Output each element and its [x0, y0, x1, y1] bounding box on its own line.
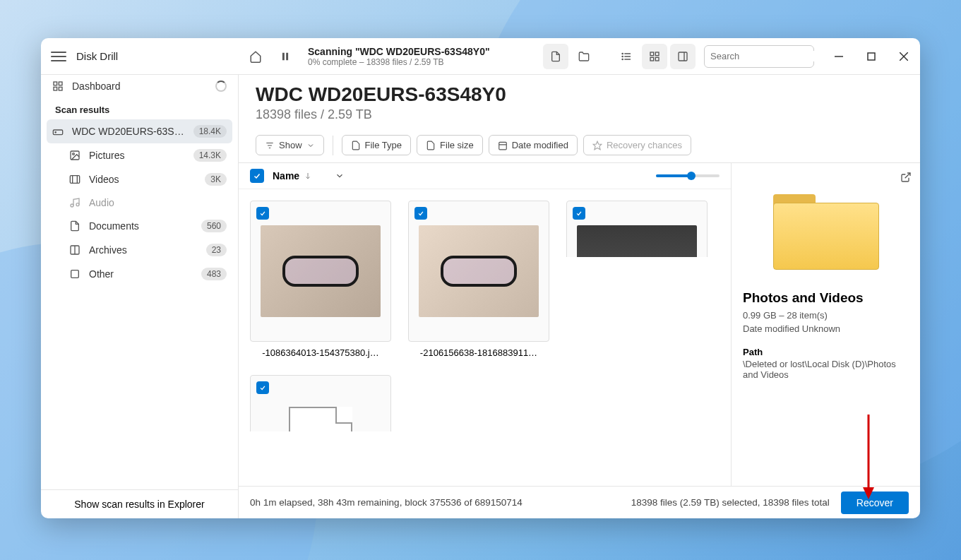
hamburger-icon[interactable] [51, 49, 66, 64]
recover-button[interactable]: Recover [841, 492, 909, 514]
scan-info: Scanning "WDC WD20EURS-63S48Y0" 0% compl… [302, 46, 535, 67]
document-icon [69, 220, 80, 232]
sidebar-item-label: Audio [89, 197, 227, 208]
file-name: -1086364013-154375380.j… [250, 347, 391, 358]
tile-checkbox[interactable] [414, 207, 427, 220]
sidebar-item-archives[interactable]: Archives 23 [41, 238, 238, 262]
pause-button[interactable] [273, 44, 298, 69]
thumbnail-image [419, 225, 539, 317]
svg-rect-20 [54, 82, 57, 85]
svg-point-6 [622, 56, 623, 56]
select-all-checkbox[interactable] [250, 169, 264, 183]
sidebar-item-label: Pictures [89, 150, 185, 161]
preview-date: Date modified Unknown [743, 323, 909, 334]
page-subtitle: 18398 files / 2.59 TB [256, 107, 903, 122]
filter-label: Date modified [512, 140, 568, 150]
filter-label: File Type [365, 140, 402, 150]
sidebar-item-other[interactable]: Other 483 [41, 262, 238, 286]
column-name-label: Name [273, 170, 299, 181]
sidebar-item-audio[interactable]: Audio [41, 191, 238, 214]
status-selection: 18398 files (2.59 TB) selected, 18398 fi… [631, 497, 830, 508]
sidebar-item-label: Archives [89, 244, 198, 256]
scan-subtitle: 0% complete – 18398 files / 2.59 TB [308, 57, 535, 67]
thumbnail-image [577, 225, 697, 257]
divider [333, 136, 333, 155]
filter-label: Recovery chances [607, 140, 682, 150]
maximize-button[interactable] [855, 38, 888, 75]
spinner-icon [215, 81, 227, 92]
file-tile[interactable] [566, 201, 708, 257]
chevron-down-icon[interactable] [335, 171, 345, 181]
close-icon [900, 52, 908, 61]
main-area: WDC WD20EURS-63S48Y0 18398 files / 2.59 … [239, 75, 920, 518]
tile-checkbox[interactable] [256, 207, 269, 220]
open-external-button[interactable] [900, 172, 912, 186]
search-input[interactable] [710, 51, 829, 61]
sidebar-item-documents[interactable]: Documents 560 [41, 214, 238, 238]
filesize-filter-button[interactable]: File size [417, 135, 483, 155]
view-panel-button[interactable] [670, 44, 696, 69]
preview-path-label: Path [743, 347, 909, 357]
count-badge: 483 [201, 268, 227, 280]
view-grid-button[interactable] [642, 44, 667, 69]
external-icon [900, 172, 912, 183]
preview-path: \Deleted or lost\Local Disk (D)\Photos a… [743, 359, 909, 380]
scan-title: Scanning "WDC WD20EURS-63S48Y0" [308, 46, 535, 57]
thumbnail-size-slider[interactable] [656, 174, 720, 177]
close-button[interactable] [888, 38, 920, 75]
count-badge: 14.3K [193, 149, 227, 162]
sidebar-item-label: WDC WD20EURS-63S4… [72, 126, 185, 137]
home-button[interactable] [243, 44, 268, 69]
svg-rect-21 [59, 82, 62, 85]
folder-icon [578, 51, 590, 62]
sidebar-item-dashboard[interactable]: Dashboard [41, 75, 238, 97]
file-tile[interactable]: -2106156638-1816883911… [408, 201, 549, 358]
sidebar-item-drive[interactable]: WDC WD20EURS-63S4… 18.4K [47, 119, 232, 143]
sidebar-item-pictures[interactable]: Pictures 14.3K [41, 143, 238, 167]
app-name: Disk Drill [76, 50, 118, 62]
file-name: -2106156638-1816883911… [408, 347, 549, 358]
sidebar-item-label: Documents [89, 220, 193, 232]
show-filter-button[interactable]: Show [256, 135, 324, 155]
page-title: WDC WD20EURS-63S48Y0 [256, 83, 903, 106]
svg-point-31 [71, 204, 73, 207]
svg-rect-12 [679, 52, 687, 61]
recovery-filter-button[interactable]: Recovery chances [583, 135, 691, 155]
filter-bar: Show File Type File size Date modified [239, 128, 920, 162]
svg-rect-39 [499, 142, 506, 150]
status-elapsed: 0h 1m elapsed, 38h 43m remaining, block … [250, 497, 523, 508]
tile-checkbox[interactable] [256, 381, 269, 394]
show-in-explorer-button[interactable]: Show scan results in Explorer [41, 489, 238, 518]
document-placeholder-icon [289, 407, 352, 431]
file-tile[interactable] [250, 375, 391, 431]
filter-icon [265, 141, 275, 150]
drive-icon [52, 126, 64, 137]
star-icon [592, 141, 602, 150]
sidebar-item-videos[interactable]: Videos 3K [41, 167, 238, 191]
dashboard-icon [52, 81, 64, 92]
file-tile[interactable]: -1086364013-154375380.j… [250, 201, 391, 358]
minimize-button[interactable] [823, 38, 855, 75]
count-badge: 18.4K [193, 125, 227, 138]
view-files-button[interactable] [543, 44, 568, 69]
maximize-icon [867, 52, 876, 61]
file-grid: -1086364013-154375380.j… -2106156638-181… [239, 189, 731, 486]
svg-point-7 [622, 59, 623, 59]
other-icon [69, 268, 80, 280]
view-list-button[interactable] [614, 44, 639, 69]
svg-rect-9 [655, 52, 659, 56]
sidebar-section-header: Scan results [41, 97, 238, 119]
sidebar-item-label: Other [89, 268, 193, 280]
svg-rect-0 [282, 52, 285, 60]
column-name[interactable]: Name [273, 170, 647, 181]
grid-icon [649, 51, 660, 62]
status-bar: 0h 1m elapsed, 38h 43m remaining, block … [239, 486, 920, 518]
column-header: Name [239, 163, 731, 189]
audio-icon [69, 197, 80, 208]
view-folders-button[interactable] [571, 44, 597, 69]
datemod-filter-button[interactable]: Date modified [489, 135, 578, 155]
search-box[interactable] [704, 45, 814, 68]
file-icon [351, 141, 361, 150]
filetype-filter-button[interactable]: File Type [342, 135, 412, 155]
tile-checkbox[interactable] [573, 207, 585, 220]
